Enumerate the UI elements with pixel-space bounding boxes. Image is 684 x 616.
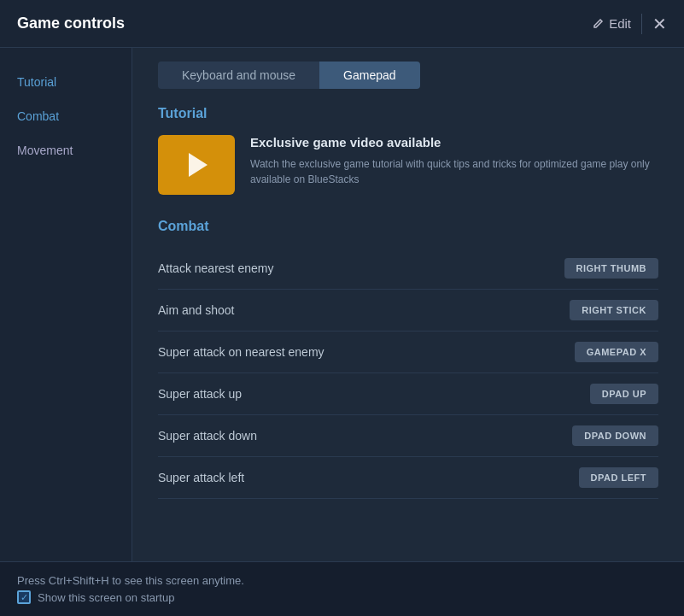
play-icon xyxy=(189,153,208,177)
startup-checkbox-label: Show this screen on startup xyxy=(38,591,174,604)
control-badge-super-attack-down[interactable]: DPAD DOWN xyxy=(572,425,658,446)
control-row-super-attack-nearest: Super attack on nearest enemy GAMEPAD X xyxy=(158,331,658,373)
control-badge-super-attack-nearest[interactable]: GAMEPAD X xyxy=(575,342,658,362)
startup-checkbox[interactable]: ✓ xyxy=(17,590,31,604)
control-row-aim-shoot: Aim and shoot RIGHT STICK xyxy=(158,290,658,331)
control-label-super-attack-left: Super attack left xyxy=(158,471,244,484)
titlebar-left: Game controls xyxy=(17,15,125,32)
control-label-super-attack-nearest: Super attack on nearest enemy xyxy=(158,345,324,359)
control-badge-aim-shoot[interactable]: RIGHT STICK xyxy=(570,300,658,320)
control-label-super-attack-up: Super attack up xyxy=(158,387,242,401)
edit-icon xyxy=(592,18,604,30)
video-description: Watch the exclusive game tutorial with q… xyxy=(250,156,658,187)
sidebar: Tutorial Combat Movement xyxy=(0,48,132,561)
control-row-attack-nearest: Attack nearest enemy RIGHT THUMB xyxy=(158,248,658,290)
video-info: Exclusive game video available Watch the… xyxy=(250,135,658,187)
tab-keyboard[interactable]: Keyboard and mouse xyxy=(158,62,319,89)
tutorial-section-title: Tutorial xyxy=(158,106,658,121)
game-controls-window: Game controls Edit ✕ Tutorial Combat xyxy=(0,0,684,616)
close-icon: ✕ xyxy=(652,14,667,34)
edit-button[interactable]: Edit xyxy=(592,16,631,31)
footer: Press Ctrl+Shift+H to see this screen an… xyxy=(0,561,684,616)
tab-gamepad-label: Gamepad xyxy=(343,68,395,82)
control-badge-super-attack-up[interactable]: DPAD UP xyxy=(590,384,658,404)
window-title: Game controls xyxy=(17,15,125,32)
video-thumbnail[interactable] xyxy=(158,135,235,195)
control-label-aim-shoot: Aim and shoot xyxy=(158,303,235,317)
main-area: Tutorial Combat Movement Keyboard and mo… xyxy=(0,48,684,561)
sidebar-item-combat-label: Combat xyxy=(17,109,59,123)
control-label-attack-nearest: Attack nearest enemy xyxy=(158,261,273,275)
tab-gamepad[interactable]: Gamepad xyxy=(319,62,419,89)
close-button[interactable]: ✕ xyxy=(652,14,667,34)
sidebar-item-movement[interactable]: Movement xyxy=(0,133,132,167)
control-badge-attack-nearest[interactable]: RIGHT THUMB xyxy=(564,258,659,279)
checkbox-checkmark: ✓ xyxy=(20,592,28,603)
tab-keyboard-label: Keyboard and mouse xyxy=(182,68,295,82)
sidebar-item-combat[interactable]: Combat xyxy=(0,99,132,133)
video-heading: Exclusive game video available xyxy=(250,135,658,150)
titlebar-right: Edit ✕ xyxy=(592,14,667,34)
sidebar-item-movement-label: Movement xyxy=(17,144,73,157)
scroll-area[interactable]: Tutorial Exclusive game video available … xyxy=(132,89,684,561)
control-row-super-attack-up: Super attack up DPAD UP xyxy=(158,373,658,415)
startup-checkbox-wrapper[interactable]: ✓ Show this screen on startup xyxy=(17,590,174,604)
sidebar-item-tutorial-label: Tutorial xyxy=(17,75,56,89)
control-badge-super-attack-left[interactable]: DPAD LEFT xyxy=(579,467,658,488)
edit-label: Edit xyxy=(609,16,631,31)
control-row-super-attack-left: Super attack left DPAD LEFT xyxy=(158,457,658,499)
control-label-super-attack-down: Super attack down xyxy=(158,429,257,443)
footer-hint: Press Ctrl+Shift+H to see this screen an… xyxy=(17,574,244,587)
titlebar: Game controls Edit ✕ xyxy=(0,0,684,48)
content-area: Keyboard and mouse Gamepad Tutorial Excl… xyxy=(132,48,684,561)
control-row-super-attack-down: Super attack down DPAD DOWN xyxy=(158,415,658,457)
combat-section-title: Combat xyxy=(158,219,658,234)
tab-bar: Keyboard and mouse Gamepad xyxy=(132,48,684,89)
sidebar-item-tutorial[interactable]: Tutorial xyxy=(0,65,132,99)
footer-bottom: ✓ Show this screen on startup xyxy=(17,590,244,604)
tutorial-card: Exclusive game video available Watch the… xyxy=(158,135,658,195)
titlebar-divider xyxy=(641,14,642,34)
footer-content: Press Ctrl+Shift+H to see this screen an… xyxy=(17,574,244,604)
